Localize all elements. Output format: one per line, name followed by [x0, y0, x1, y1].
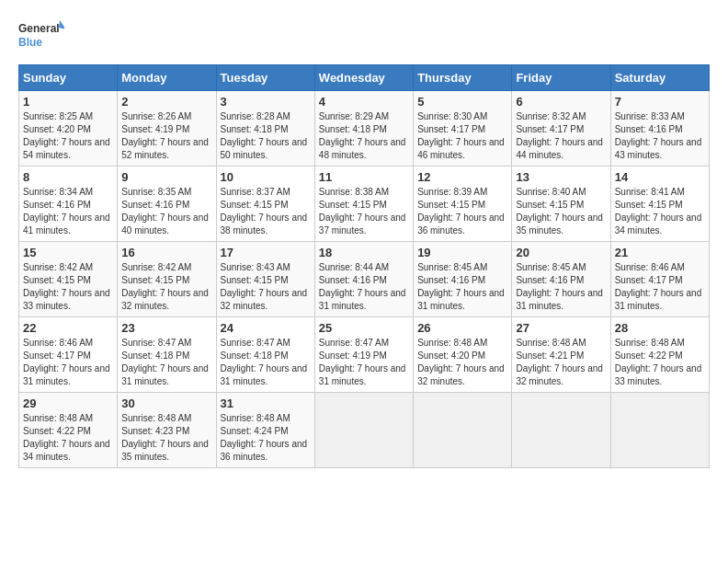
day-number: 30 [121, 396, 211, 410]
day-number: 15 [23, 246, 113, 259]
day-info: Sunrise: 8:41 AM Sunset: 4:15 PM Dayligh… [615, 186, 705, 237]
calendar-week-row: 22 Sunrise: 8:46 AM Sunset: 4:17 PM Dayl… [19, 317, 710, 393]
calendar-week-row: 8 Sunrise: 8:34 AM Sunset: 4:16 PM Dayli… [19, 167, 710, 242]
day-info: Sunrise: 8:35 AM Sunset: 4:16 PM Dayligh… [121, 186, 211, 237]
day-number: 3 [221, 95, 311, 109]
calendar-cell: 13 Sunrise: 8:40 AM Sunset: 4:15 PM Dayl… [512, 167, 610, 242]
weekday-header: Wednesday [314, 65, 413, 91]
calendar-cell: 12 Sunrise: 8:39 AM Sunset: 4:15 PM Dayl… [414, 167, 512, 242]
day-number: 31 [221, 396, 311, 410]
day-info: Sunrise: 8:33 AM Sunset: 4:16 PM Dayligh… [615, 110, 705, 162]
day-number: 18 [319, 246, 409, 259]
weekday-header: Thursday [414, 65, 512, 91]
day-info: Sunrise: 8:48 AM Sunset: 4:22 PM Dayligh… [615, 337, 705, 388]
day-info: Sunrise: 8:48 AM Sunset: 4:21 PM Dayligh… [516, 337, 606, 388]
day-info: Sunrise: 8:29 AM Sunset: 4:18 PM Dayligh… [319, 110, 409, 162]
calendar-week-row: 15 Sunrise: 8:42 AM Sunset: 4:15 PM Dayl… [19, 242, 710, 317]
day-info: Sunrise: 8:47 AM Sunset: 4:18 PM Dayligh… [221, 337, 311, 388]
day-info: Sunrise: 8:44 AM Sunset: 4:16 PM Dayligh… [319, 261, 409, 313]
calendar-cell: 28 Sunrise: 8:48 AM Sunset: 4:22 PM Dayl… [610, 317, 709, 393]
day-info: Sunrise: 8:43 AM Sunset: 4:15 PM Dayligh… [221, 261, 311, 313]
day-number: 22 [23, 321, 113, 335]
day-info: Sunrise: 8:28 AM Sunset: 4:18 PM Dayligh… [221, 110, 311, 162]
day-number: 21 [615, 246, 705, 259]
day-info: Sunrise: 8:39 AM Sunset: 4:15 PM Dayligh… [417, 186, 507, 237]
calendar-cell: 14 Sunrise: 8:41 AM Sunset: 4:15 PM Dayl… [610, 167, 709, 242]
calendar-header: SundayMondayTuesdayWednesdayThursdayFrid… [19, 65, 710, 91]
calendar-cell: 2 Sunrise: 8:26 AM Sunset: 4:19 PM Dayli… [118, 91, 216, 167]
day-number: 11 [319, 170, 409, 184]
day-info: Sunrise: 8:25 AM Sunset: 4:20 PM Dayligh… [23, 110, 113, 162]
day-info: Sunrise: 8:34 AM Sunset: 4:16 PM Dayligh… [23, 186, 113, 237]
day-info: Sunrise: 8:47 AM Sunset: 4:18 PM Dayligh… [121, 337, 211, 388]
weekday-header: Friday [512, 65, 610, 91]
day-info: Sunrise: 8:26 AM Sunset: 4:19 PM Dayligh… [121, 110, 211, 162]
day-info: Sunrise: 8:42 AM Sunset: 4:15 PM Dayligh… [23, 261, 113, 313]
day-number: 20 [516, 246, 606, 259]
day-info: Sunrise: 8:46 AM Sunset: 4:17 PM Dayligh… [23, 337, 113, 388]
day-number: 6 [516, 95, 606, 109]
day-number: 29 [23, 396, 113, 410]
header: General Blue [18, 18, 710, 55]
calendar-cell [314, 393, 413, 468]
day-number: 8 [23, 170, 113, 184]
calendar-cell: 17 Sunrise: 8:43 AM Sunset: 4:15 PM Dayl… [216, 242, 314, 317]
day-info: Sunrise: 8:42 AM Sunset: 4:15 PM Dayligh… [121, 261, 211, 313]
day-info: Sunrise: 8:48 AM Sunset: 4:23 PM Dayligh… [121, 412, 211, 464]
day-number: 5 [417, 95, 507, 109]
calendar-cell: 24 Sunrise: 8:47 AM Sunset: 4:18 PM Dayl… [216, 317, 314, 393]
calendar-table: SundayMondayTuesdayWednesdayThursdayFrid… [18, 64, 710, 468]
calendar-cell [414, 393, 512, 468]
calendar-cell: 26 Sunrise: 8:48 AM Sunset: 4:20 PM Dayl… [414, 317, 512, 393]
day-number: 25 [319, 321, 409, 335]
calendar-cell: 21 Sunrise: 8:46 AM Sunset: 4:17 PM Dayl… [610, 242, 709, 317]
calendar-cell: 10 Sunrise: 8:37 AM Sunset: 4:15 PM Dayl… [216, 167, 314, 242]
day-number: 28 [615, 321, 705, 335]
svg-marker-2 [59, 20, 64, 29]
calendar-cell: 1 Sunrise: 8:25 AM Sunset: 4:20 PM Dayli… [19, 91, 118, 167]
weekday-header: Monday [118, 65, 216, 91]
calendar-cell: 31 Sunrise: 8:48 AM Sunset: 4:24 PM Dayl… [216, 393, 314, 468]
day-number: 10 [221, 170, 311, 184]
calendar-body: 1 Sunrise: 8:25 AM Sunset: 4:20 PM Dayli… [19, 91, 710, 468]
day-info: Sunrise: 8:46 AM Sunset: 4:17 PM Dayligh… [615, 261, 705, 313]
day-number: 7 [615, 95, 705, 109]
day-number: 13 [516, 170, 606, 184]
day-number: 23 [121, 321, 211, 335]
calendar-cell: 25 Sunrise: 8:47 AM Sunset: 4:19 PM Dayl… [314, 317, 413, 393]
calendar-cell: 23 Sunrise: 8:47 AM Sunset: 4:18 PM Dayl… [118, 317, 216, 393]
calendar-cell: 6 Sunrise: 8:32 AM Sunset: 4:17 PM Dayli… [512, 91, 610, 167]
day-info: Sunrise: 8:40 AM Sunset: 4:15 PM Dayligh… [516, 186, 606, 237]
calendar-cell: 11 Sunrise: 8:38 AM Sunset: 4:15 PM Dayl… [314, 167, 413, 242]
day-number: 4 [319, 95, 409, 109]
calendar-cell: 27 Sunrise: 8:48 AM Sunset: 4:21 PM Dayl… [512, 317, 610, 393]
calendar-cell: 22 Sunrise: 8:46 AM Sunset: 4:17 PM Dayl… [19, 317, 118, 393]
day-info: Sunrise: 8:32 AM Sunset: 4:17 PM Dayligh… [516, 110, 606, 162]
day-number: 9 [121, 170, 211, 184]
day-number: 27 [516, 321, 606, 335]
calendar-cell: 5 Sunrise: 8:30 AM Sunset: 4:17 PM Dayli… [414, 91, 512, 167]
calendar-cell: 16 Sunrise: 8:42 AM Sunset: 4:15 PM Dayl… [118, 242, 216, 317]
day-number: 14 [615, 170, 705, 184]
day-number: 16 [121, 246, 211, 259]
day-info: Sunrise: 8:30 AM Sunset: 4:17 PM Dayligh… [417, 110, 507, 162]
calendar-cell: 4 Sunrise: 8:29 AM Sunset: 4:18 PM Dayli… [314, 91, 413, 167]
svg-text:General: General [18, 22, 60, 35]
day-info: Sunrise: 8:38 AM Sunset: 4:15 PM Dayligh… [319, 186, 409, 237]
calendar-cell: 7 Sunrise: 8:33 AM Sunset: 4:16 PM Dayli… [610, 91, 709, 167]
day-info: Sunrise: 8:48 AM Sunset: 4:24 PM Dayligh… [221, 412, 311, 464]
day-info: Sunrise: 8:45 AM Sunset: 4:16 PM Dayligh… [516, 261, 606, 313]
calendar-cell [512, 393, 610, 468]
day-number: 2 [121, 95, 211, 109]
calendar-week-row: 1 Sunrise: 8:25 AM Sunset: 4:20 PM Dayli… [19, 91, 710, 167]
day-number: 26 [417, 321, 507, 335]
logo-svg: General Blue [18, 18, 64, 55]
day-number: 1 [23, 95, 113, 109]
weekday-header: Sunday [19, 65, 118, 91]
calendar-cell: 29 Sunrise: 8:48 AM Sunset: 4:22 PM Dayl… [19, 393, 118, 468]
calendar-cell: 9 Sunrise: 8:35 AM Sunset: 4:16 PM Dayli… [118, 167, 216, 242]
day-info: Sunrise: 8:37 AM Sunset: 4:15 PM Dayligh… [221, 186, 311, 237]
calendar-cell: 20 Sunrise: 8:45 AM Sunset: 4:16 PM Dayl… [512, 242, 610, 317]
day-number: 12 [417, 170, 507, 184]
calendar-cell: 18 Sunrise: 8:44 AM Sunset: 4:16 PM Dayl… [314, 242, 413, 317]
